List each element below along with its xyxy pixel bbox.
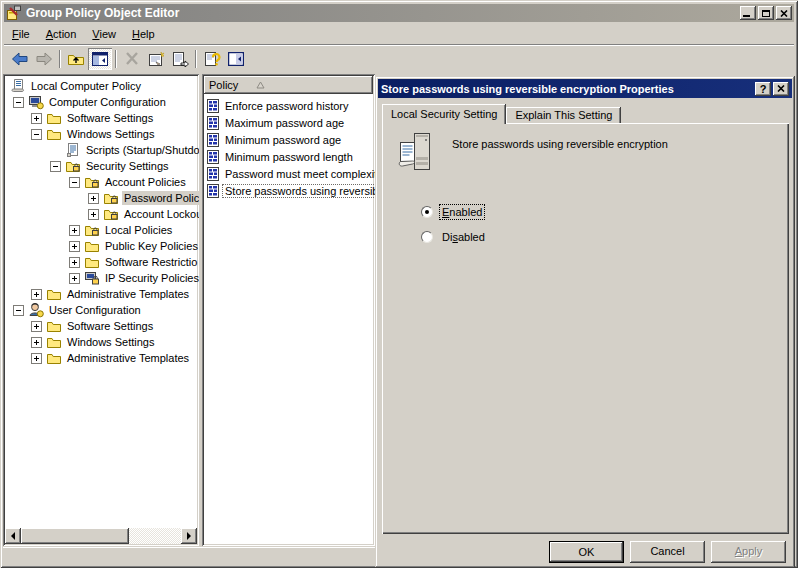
dialog-titlebar[interactable]: Store passwords using reversible encrypt… [378, 79, 792, 98]
expand-icon[interactable] [31, 337, 42, 348]
back-button[interactable] [8, 48, 32, 70]
tree-item-software-settings[interactable]: Software Settings [3, 110, 199, 126]
toolbar [4, 44, 794, 72]
computer-config-icon [28, 94, 44, 110]
properties-button[interactable] [144, 48, 168, 70]
window-title: Group Policy Object Editor [26, 6, 738, 20]
scroll-right-button[interactable] [181, 528, 197, 544]
close-button[interactable] [776, 6, 792, 20]
radio-enabled[interactable]: Enabled [421, 205, 487, 219]
tree-item-computer-configuration[interactable]: Computer Configuration [3, 94, 199, 110]
expand-icon[interactable] [69, 257, 80, 268]
radio-group: Enabled Disabled [421, 205, 487, 255]
expand-icon[interactable] [69, 225, 80, 236]
menu-view[interactable]: View [84, 26, 124, 42]
collapse-icon[interactable] [50, 161, 61, 172]
scripts-scroll-icon [65, 142, 81, 158]
folder-lock-icon [65, 158, 81, 174]
apply-button[interactable]: Apply [711, 541, 786, 563]
tree-item-user-configuration[interactable]: User Configuration [3, 302, 199, 318]
radio-disabled[interactable]: Disabled [421, 230, 487, 244]
tree-item-account-lockout[interactable]: Account Lockou [3, 206, 199, 222]
menu-file[interactable]: File [4, 26, 38, 42]
tree-item-user-administrative-templates[interactable]: Administrative Templates [3, 350, 199, 366]
expand-icon[interactable] [69, 241, 80, 252]
toolbar-separator [59, 50, 61, 68]
expand-icon[interactable] [69, 273, 80, 284]
folder-icon [46, 318, 62, 334]
tree-item-public-key-policies[interactable]: Public Key Policies [3, 238, 199, 254]
policy-document-icon [205, 98, 221, 114]
gpo-app-icon [6, 5, 22, 21]
horizontal-scrollbar[interactable] [5, 528, 197, 544]
show-hide-console-tree-button[interactable] [88, 48, 112, 70]
tab-explain-this-setting[interactable]: Explain This Setting [506, 107, 621, 124]
scrollbar-thumb[interactable] [21, 528, 129, 544]
tree-item-local-policies[interactable]: Local Policies [3, 222, 199, 238]
window-titlebar[interactable]: Group Policy Object Editor [4, 4, 794, 22]
tree-item-local-computer-policy[interactable]: Local Computer Policy [3, 78, 199, 94]
policy-document-icon [205, 166, 221, 182]
dialog-title: Store passwords using reversible encrypt… [381, 83, 753, 95]
dialog-tabs: Local Security Setting Explain This Sett… [382, 104, 621, 124]
list-item[interactable]: Minimum password age [205, 131, 375, 148]
list-item[interactable]: Maximum password age [205, 114, 375, 131]
collapse-icon[interactable] [13, 97, 24, 108]
tree-item-account-policies[interactable]: Account Policies [3, 174, 199, 190]
policy-list-pane: Policy Enforce password history Maximum … [202, 74, 375, 546]
radio-unselected-icon[interactable] [421, 231, 433, 243]
column-header-policy[interactable]: Policy [204, 76, 373, 94]
tree-item-security-settings[interactable]: Security Settings [3, 158, 199, 174]
ok-button[interactable]: OK [549, 541, 624, 563]
minimize-button[interactable] [740, 6, 756, 20]
tree-item-user-software-settings[interactable]: Software Settings [3, 318, 199, 334]
menu-help[interactable]: Help [124, 26, 163, 42]
policy-document-icon [205, 132, 221, 148]
expand-icon[interactable] [88, 193, 99, 204]
dialog-close-button[interactable] [773, 82, 789, 96]
menu-bar: File Action View Help [4, 24, 794, 43]
forward-button[interactable] [32, 48, 56, 70]
properties-icon [148, 51, 165, 67]
sort-ascending-icon [256, 79, 265, 91]
help-button[interactable] [200, 48, 224, 70]
tree-item-password-policy[interactable]: Password Polic [3, 190, 199, 206]
expand-icon[interactable] [88, 209, 99, 220]
tree-item-administrative-templates[interactable]: Administrative Templates [3, 286, 199, 302]
tree-item-windows-settings[interactable]: Windows Settings [3, 126, 199, 142]
tree-item-user-windows-settings[interactable]: Windows Settings [3, 334, 199, 350]
menu-action[interactable]: Action [38, 26, 85, 42]
toolbar-separator [195, 50, 197, 68]
radio-selected-icon[interactable] [421, 206, 433, 218]
expand-icon[interactable] [31, 353, 42, 364]
scroll-left-button[interactable] [5, 528, 21, 544]
cancel-button[interactable]: Cancel [630, 541, 705, 563]
show-hide-action-pane-button[interactable] [224, 48, 248, 70]
collapse-icon[interactable] [31, 129, 42, 140]
delete-button[interactable] [120, 48, 144, 70]
expand-icon[interactable] [31, 321, 42, 332]
export-list-icon [172, 51, 189, 67]
collapse-icon[interactable] [69, 177, 80, 188]
maximize-button[interactable] [758, 6, 774, 20]
console-tree-pane: Local Computer Policy Computer Configura… [3, 74, 199, 546]
up-one-level-button[interactable] [64, 48, 88, 70]
ipsec-computer-icon [84, 270, 100, 286]
expand-icon[interactable] [31, 113, 42, 124]
server-scroll-icon [398, 131, 438, 177]
help-icon [204, 51, 221, 67]
collapse-icon[interactable] [13, 305, 24, 316]
list-item[interactable]: Password must meet complexity [205, 165, 375, 182]
list-item-focused[interactable]: Store passwords using reversibl [205, 182, 375, 199]
tree-item-software-restriction[interactable]: Software Restrictio [3, 254, 199, 270]
tree-item-scripts[interactable]: Scripts (Startup/Shutdo [3, 142, 199, 158]
dialog-help-button[interactable]: ? [755, 82, 771, 96]
tab-local-security-setting[interactable]: Local Security Setting [382, 104, 506, 124]
user-config-icon [28, 302, 44, 318]
expand-icon[interactable] [31, 289, 42, 300]
export-list-button[interactable] [168, 48, 192, 70]
tree-item-ip-security-policies[interactable]: IP Security Policies [3, 270, 199, 286]
list-item[interactable]: Enforce password history [205, 97, 375, 114]
action-pane-icon [228, 52, 244, 66]
list-item[interactable]: Minimum password length [205, 148, 375, 165]
